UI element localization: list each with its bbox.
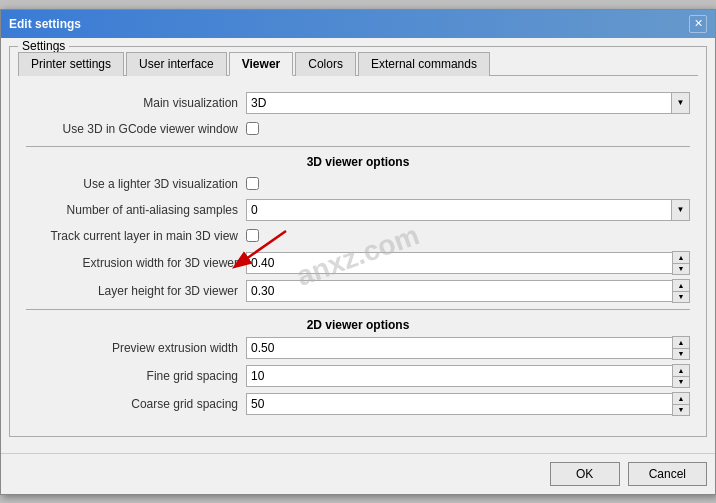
tab-viewer[interactable]: Viewer [229, 52, 293, 76]
anti-aliasing-label: Number of anti-aliasing samples [26, 203, 246, 217]
layer-height-3d-input[interactable] [246, 280, 672, 302]
fine-grid-spacing-label: Fine grid spacing [26, 369, 246, 383]
main-visualization-row: Main visualization ▼ [26, 92, 690, 114]
tab-content-viewer: anxz.com Main visualization ▼ Use 3D in … [18, 84, 698, 428]
divider-1 [26, 146, 690, 147]
track-layer-checkbox[interactable] [246, 229, 259, 242]
layer-height-3d-label: Layer height for 3D viewer [26, 284, 246, 298]
main-visualization-input-col: ▼ [246, 92, 690, 114]
divider-2 [26, 309, 690, 310]
layer-height-3d-spin-up[interactable]: ▲ [673, 280, 689, 291]
window-body: Settings Printer settings User interface… [1, 38, 715, 453]
tab-bar: Printer settings User interface Viewer C… [18, 51, 698, 76]
tab-user-interface[interactable]: User interface [126, 52, 227, 76]
close-button[interactable]: ✕ [689, 15, 707, 33]
extrusion-width-3d-spin-btns: ▲ ▼ [672, 251, 690, 275]
coarse-grid-spacing-spin-up[interactable]: ▲ [673, 393, 689, 404]
fine-grid-spacing-input[interactable] [246, 365, 672, 387]
main-visualization-label: Main visualization [26, 96, 246, 110]
fine-grid-spacing-spin-btns: ▲ ▼ [672, 364, 690, 388]
layer-height-3d-spin-wrapper: ▲ ▼ [246, 279, 690, 303]
fine-grid-spacing-row: Fine grid spacing ▲ ▼ [26, 364, 690, 388]
settings-group: Settings Printer settings User interface… [9, 46, 707, 437]
window-title: Edit settings [9, 17, 81, 31]
ok-button[interactable]: OK [550, 462, 620, 486]
preview-extrusion-width-spin-down[interactable]: ▼ [673, 348, 689, 359]
preview-extrusion-width-spin-btns: ▲ ▼ [672, 336, 690, 360]
preview-extrusion-width-input-col: ▲ ▼ [246, 336, 690, 360]
layer-height-3d-spin-btns: ▲ ▼ [672, 279, 690, 303]
use-3d-gcode-label: Use 3D in GCode viewer window [26, 122, 246, 136]
main-visualization-dropdown[interactable] [246, 92, 672, 114]
layer-height-3d-row: Layer height for 3D viewer ▲ ▼ [26, 279, 690, 303]
anti-aliasing-row: Number of anti-aliasing samples ▼ [26, 199, 690, 221]
track-layer-label: Track current layer in main 3D view [26, 229, 246, 243]
main-visualization-dropdown-arrow[interactable]: ▼ [672, 92, 690, 114]
lighter-3d-input-col [246, 177, 690, 190]
preview-extrusion-width-row: Preview extrusion width ▲ ▼ [26, 336, 690, 360]
layer-height-3d-input-col: ▲ ▼ [246, 279, 690, 303]
preview-extrusion-width-label: Preview extrusion width [26, 341, 246, 355]
coarse-grid-spacing-label: Coarse grid spacing [26, 397, 246, 411]
preview-extrusion-width-spin-wrapper: ▲ ▼ [246, 336, 690, 360]
use-3d-gcode-checkbox[interactable] [246, 122, 259, 135]
coarse-grid-spacing-input[interactable] [246, 393, 672, 415]
section-2d-header: 2D viewer options [26, 318, 690, 332]
extrusion-width-3d-spin-wrapper: ▲ ▼ [246, 251, 690, 275]
cancel-button[interactable]: Cancel [628, 462, 707, 486]
track-layer-input-col [246, 229, 690, 242]
fine-grid-spacing-spin-wrapper: ▲ ▼ [246, 364, 690, 388]
lighter-3d-checkbox[interactable] [246, 177, 259, 190]
preview-extrusion-width-spin-up[interactable]: ▲ [673, 337, 689, 348]
anti-aliasing-input-col: ▼ [246, 199, 690, 221]
tab-external-commands[interactable]: External commands [358, 52, 490, 76]
edit-settings-window: Edit settings ✕ Settings Printer setting… [0, 9, 716, 495]
main-visualization-dropdown-wrapper: ▼ [246, 92, 690, 114]
extrusion-width-3d-input-col: ▲ ▼ [246, 251, 690, 275]
use-3d-gcode-row: Use 3D in GCode viewer window [26, 118, 690, 140]
anti-aliasing-dropdown[interactable] [246, 199, 672, 221]
anti-aliasing-dropdown-wrapper: ▼ [246, 199, 690, 221]
coarse-grid-spacing-spin-down[interactable]: ▼ [673, 404, 689, 415]
footer: OK Cancel [1, 453, 715, 494]
coarse-grid-spacing-row: Coarse grid spacing ▲ ▼ [26, 392, 690, 416]
tab-colors[interactable]: Colors [295, 52, 356, 76]
extrusion-width-3d-spin-down[interactable]: ▼ [673, 263, 689, 274]
settings-group-label: Settings [18, 39, 69, 53]
lighter-3d-label: Use a lighter 3D visualization [26, 177, 246, 191]
title-bar: Edit settings ✕ [1, 10, 715, 38]
lighter-3d-row: Use a lighter 3D visualization [26, 173, 690, 195]
coarse-grid-spacing-spin-btns: ▲ ▼ [672, 392, 690, 416]
preview-extrusion-width-input[interactable] [246, 337, 672, 359]
coarse-grid-spacing-spin-wrapper: ▲ ▼ [246, 392, 690, 416]
extrusion-width-3d-label: Extrusion width for 3D viewer [26, 256, 246, 270]
coarse-grid-spacing-input-col: ▲ ▼ [246, 392, 690, 416]
use-3d-gcode-input-col [246, 122, 690, 135]
tab-printer-settings[interactable]: Printer settings [18, 52, 124, 76]
section-3d-header: 3D viewer options [26, 155, 690, 169]
track-layer-row: Track current layer in main 3D view [26, 225, 690, 247]
extrusion-width-3d-row: Extrusion width for 3D viewer ▲ ▼ [26, 251, 690, 275]
layer-height-3d-spin-down[interactable]: ▼ [673, 291, 689, 302]
fine-grid-spacing-spin-down[interactable]: ▼ [673, 376, 689, 387]
extrusion-width-3d-spin-up[interactable]: ▲ [673, 252, 689, 263]
fine-grid-spacing-input-col: ▲ ▼ [246, 364, 690, 388]
extrusion-width-3d-input[interactable] [246, 252, 672, 274]
fine-grid-spacing-spin-up[interactable]: ▲ [673, 365, 689, 376]
anti-aliasing-dropdown-arrow[interactable]: ▼ [672, 199, 690, 221]
